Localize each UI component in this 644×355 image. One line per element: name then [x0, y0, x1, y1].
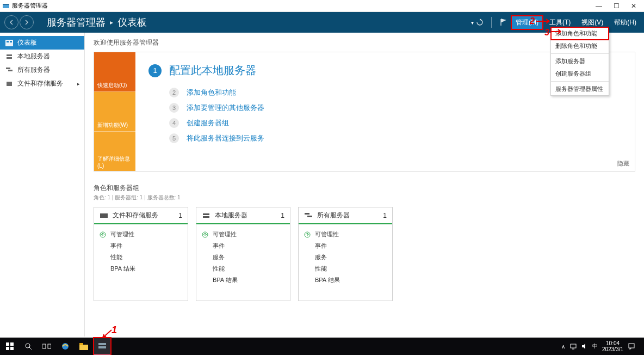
- step-number-5: 5: [169, 133, 179, 143]
- sidebar-item-all-servers[interactable]: 所有服务器: [0, 63, 84, 77]
- manage-dropdown: 添加角色和功能 删除角色和功能 添加服务器 创建服务器组 服务器管理器属性: [550, 27, 609, 96]
- menu-manage[interactable]: 管理(M): [511, 16, 543, 29]
- step-1-text[interactable]: 配置此本地服务器: [169, 63, 256, 78]
- link-create-group[interactable]: 创建服务器组: [187, 118, 229, 128]
- tile-local-server[interactable]: 本地服务器 1 可管理性 事件 服务 性能 BPA 结果: [196, 207, 290, 301]
- dd-add-servers[interactable]: 添加服务器: [551, 55, 609, 68]
- tile-row[interactable]: 服务: [202, 252, 284, 263]
- tile-row[interactable]: 事件: [100, 240, 182, 252]
- flag-icon[interactable]: [497, 16, 509, 28]
- svg-rect-33: [629, 344, 634, 348]
- tray-up-icon[interactable]: ∧: [561, 344, 565, 350]
- dd-properties[interactable]: 服务器管理器属性: [551, 83, 609, 95]
- servers-icon: [5, 67, 13, 74]
- tile-row[interactable]: 可管理性: [202, 229, 284, 240]
- start-button[interactable]: [1, 338, 18, 355]
- tile-file-storage[interactable]: 文件和存储服务 1 可管理性 事件 性能 BPA 结果: [94, 207, 188, 301]
- storage-icon: [100, 212, 108, 219]
- show-desktop[interactable]: [640, 338, 642, 355]
- svg-rect-31: [571, 344, 576, 348]
- tile-row[interactable]: 性能: [304, 263, 387, 274]
- link-add-servers[interactable]: 添加要管理的其他服务器: [187, 103, 264, 113]
- svg-rect-6: [7, 57, 12, 59]
- tile-all-servers[interactable]: 所有服务器 1 可管理性 事件 服务 性能 BPA 结果: [298, 207, 393, 301]
- tile-row[interactable]: 性能: [202, 263, 284, 274]
- svg-rect-8: [8, 70, 13, 71]
- tab-quickstart[interactable]: 快速启动(Q): [94, 52, 135, 91]
- explorer-button[interactable]: [75, 338, 92, 355]
- sidebar-item-file-storage[interactable]: 文件和存储服务 ▸: [0, 77, 84, 90]
- tile-row[interactable]: BPA 结果: [304, 274, 387, 286]
- groups-subtitle: 角色: 1 | 服务器组: 1 | 服务器总数: 1: [94, 194, 635, 201]
- tile-row[interactable]: 服务: [304, 252, 387, 263]
- tile-row[interactable]: 事件: [304, 240, 387, 252]
- forward-button[interactable]: [20, 15, 34, 29]
- svg-rect-4: [10, 41, 12, 42]
- step-row: 5 将此服务器连接到云服务: [169, 133, 622, 143]
- sidebar-item-local-server[interactable]: 本地服务器: [0, 50, 84, 63]
- back-button[interactable]: [4, 15, 18, 29]
- ie-button[interactable]: [57, 338, 74, 355]
- dd-create-group[interactable]: 创建服务器组: [551, 68, 609, 80]
- search-button[interactable]: [20, 338, 37, 355]
- link-add-roles[interactable]: 添加角色和功能: [187, 88, 236, 97]
- dd-add-roles[interactable]: 添加角色和功能: [551, 27, 609, 40]
- storage-icon: [5, 81, 13, 87]
- svg-line-23: [29, 347, 32, 350]
- tile-title: 本地服务器: [215, 211, 247, 220]
- status-up-icon: [304, 231, 311, 238]
- tab-learnmore[interactable]: 了解详细信息(L): [94, 131, 135, 171]
- dd-separator: [551, 53, 609, 54]
- header-separator: [491, 17, 492, 28]
- sound-icon[interactable]: [581, 343, 588, 350]
- ime-indicator[interactable]: 中: [592, 342, 598, 350]
- step-row: 3 添加要管理的其他服务器: [169, 103, 622, 113]
- tile-row[interactable]: BPA 结果: [202, 274, 284, 286]
- tile-row[interactable]: 事件: [202, 240, 284, 252]
- clock-date: 2023/3/1: [602, 346, 623, 352]
- taskbar-right: ∧ 中 10:04 2023/3/1: [561, 338, 644, 355]
- svg-rect-15: [305, 213, 309, 215]
- svg-rect-18: [6, 342, 9, 346]
- svg-rect-3: [7, 41, 9, 42]
- servers-icon: [304, 212, 313, 219]
- step-number-1: 1: [148, 64, 162, 77]
- server-icon: [5, 53, 13, 60]
- svg-rect-19: [10, 342, 14, 346]
- dd-remove-roles[interactable]: 删除角色和功能: [551, 40, 609, 52]
- sidebar-item-label: 本地服务器: [17, 52, 50, 61]
- breadcrumb-current: 仪表板: [117, 16, 147, 29]
- tile-row[interactable]: 可管理性: [100, 229, 182, 240]
- refresh-icon[interactable]: [474, 16, 486, 28]
- tile-body: 可管理性 事件 性能 BPA 结果: [94, 224, 188, 301]
- tile-count: 1: [178, 212, 182, 219]
- svg-rect-13: [203, 216, 209, 218]
- tile-row[interactable]: 性能: [100, 252, 182, 263]
- window-title: 服务器管理器: [12, 2, 595, 10]
- tile-row[interactable]: BPA 结果: [100, 263, 182, 274]
- hide-link[interactable]: 隐藏: [617, 160, 629, 168]
- link-cloud-connect[interactable]: 将此服务器连接到云服务: [187, 133, 264, 143]
- close-button[interactable]: ✕: [630, 2, 637, 10]
- tile-body: 可管理性 事件 服务 性能 BPA 结果: [196, 224, 290, 301]
- notification-icon[interactable]: [628, 342, 635, 350]
- window-titlebar: 服务器管理器 — ☐ ✕: [0, 0, 644, 12]
- network-icon[interactable]: [569, 343, 577, 350]
- server-manager-button[interactable]: [94, 338, 111, 355]
- task-view-button[interactable]: [38, 338, 55, 355]
- clock[interactable]: 10:04 2023/3/1: [602, 340, 623, 352]
- tab-whatsnew[interactable]: 新增功能(W): [94, 91, 135, 131]
- menu-help[interactable]: 帮助(H): [610, 16, 641, 29]
- tile-row[interactable]: 可管理性: [304, 229, 387, 240]
- svg-rect-9: [7, 82, 12, 86]
- minimize-button[interactable]: —: [595, 2, 603, 10]
- breadcrumb[interactable]: 服务器管理器 ▸ 仪表板: [47, 16, 147, 29]
- taskbar-left: [0, 338, 111, 355]
- maximize-button[interactable]: ☐: [612, 2, 620, 10]
- app-icon: [2, 2, 10, 10]
- svg-rect-27: [79, 345, 88, 350]
- sidebar-item-dashboard[interactable]: 仪表板: [0, 36, 84, 50]
- svg-rect-20: [6, 347, 9, 350]
- breadcrumb-app: 服务器管理器: [47, 16, 106, 29]
- svg-rect-16: [307, 216, 312, 217]
